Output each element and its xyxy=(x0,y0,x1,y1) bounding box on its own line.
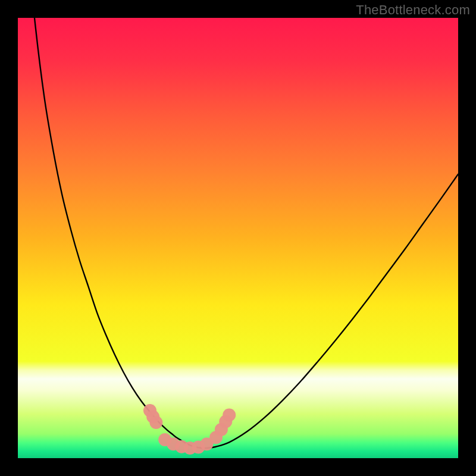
curve-markers xyxy=(143,404,236,455)
svg-point-13 xyxy=(223,408,236,421)
bottleneck-curve xyxy=(18,18,458,458)
chart-stage: TheBottleneck.com xyxy=(0,0,476,476)
watermark-text: TheBottleneck.com xyxy=(356,2,470,18)
svg-point-3 xyxy=(149,416,162,429)
plot-area xyxy=(18,18,458,458)
